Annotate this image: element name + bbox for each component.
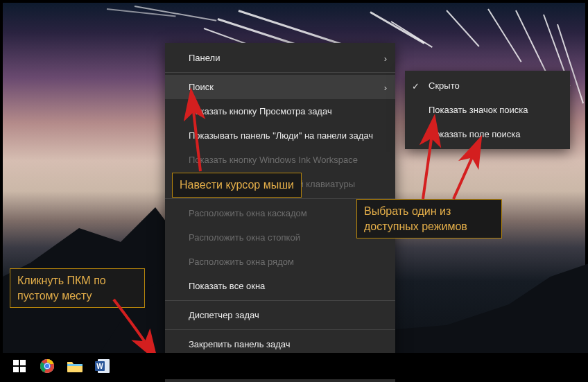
svg-point-11 <box>45 364 49 368</box>
svg-rect-6 <box>20 367 26 372</box>
menu-label: Расположить окна стопкой <box>189 232 300 243</box>
taskbar-app-chrome[interactable] <box>37 356 57 376</box>
svg-rect-12 <box>67 364 83 366</box>
menu-label: Диспетчер задач <box>189 310 259 320</box>
desktop-wallpaper[interactable]: Панели › Поиск › Показать кнопку Просмот… <box>0 0 588 382</box>
annotation-text: Навести курсор мыши <box>180 179 294 191</box>
menu-label: Показать все окна <box>189 281 265 291</box>
menu-separator <box>165 72 395 73</box>
menu-item-show-all-windows[interactable]: Показать все окна <box>165 274 395 298</box>
menu-separator <box>165 300 395 301</box>
svg-rect-5 <box>13 367 19 372</box>
menu-label: Показывать панель "Люди" на панели задач <box>189 130 373 141</box>
svg-rect-4 <box>20 360 26 365</box>
submenu-item-show-box[interactable]: Показать поле поиска <box>405 122 570 146</box>
menu-label: Показать кнопку Просмотра задач <box>189 106 332 116</box>
menu-item-search[interactable]: Поиск › <box>165 75 395 99</box>
menu-item-task-manager[interactable]: Диспетчер задач <box>165 303 395 327</box>
chevron-right-icon: › <box>384 53 387 63</box>
menu-item-panels[interactable]: Панели › <box>165 46 395 70</box>
menu-label: Показать значок поиска <box>429 105 528 115</box>
menu-item-ink-workspace: Показать кнопку Windows Ink Workspace <box>165 148 395 172</box>
menu-label: Панели <box>189 53 220 63</box>
submenu-item-show-icon[interactable]: Показать значок поиска <box>405 98 570 122</box>
menu-item-taskview-button[interactable]: Показать кнопку Просмотра задач <box>165 99 395 123</box>
svg-text:W: W <box>96 363 103 370</box>
annotation-text: Кликнуть ПКМ по пустому месту <box>17 275 106 302</box>
menu-separator <box>165 329 395 330</box>
chevron-right-icon: › <box>384 82 387 92</box>
menu-label: Расположить окна каскадом <box>189 208 307 218</box>
annotation-rightclick: Кликнуть ПКМ по пустому месту <box>10 268 145 308</box>
menu-label: Закрепить панель задач <box>189 339 291 349</box>
annotation-choose: Выбрать один из доступных режимов <box>356 199 502 238</box>
check-icon: ✓ <box>412 80 420 91</box>
menu-label: Поиск <box>189 82 214 92</box>
menu-label: Скрыто <box>429 80 460 91</box>
taskbar-app-explorer[interactable] <box>65 356 85 376</box>
menu-label: Показать поле поиска <box>429 129 521 139</box>
annotation-hover: Навести курсор мыши <box>172 173 302 198</box>
taskbar-app-word[interactable]: W <box>93 356 112 376</box>
menu-label: Расположить окна рядом <box>189 257 294 267</box>
taskbar: W <box>3 353 585 379</box>
menu-label: Показать кнопку Windows Ink Workspace <box>189 155 358 165</box>
svg-rect-3 <box>13 360 19 365</box>
submenu-item-hidden[interactable]: ✓ Скрыто <box>405 73 570 98</box>
menu-item-people-bar[interactable]: Показывать панель "Люди" на панели задач <box>165 123 395 148</box>
annotation-text: Выбрать один из доступных режимов <box>364 205 467 232</box>
search-submenu: ✓ Скрыто Показать значок поиска Показать… <box>405 71 570 149</box>
menu-item-sidebyside: Расположить окна рядом <box>165 250 395 274</box>
start-button[interactable] <box>10 356 29 376</box>
